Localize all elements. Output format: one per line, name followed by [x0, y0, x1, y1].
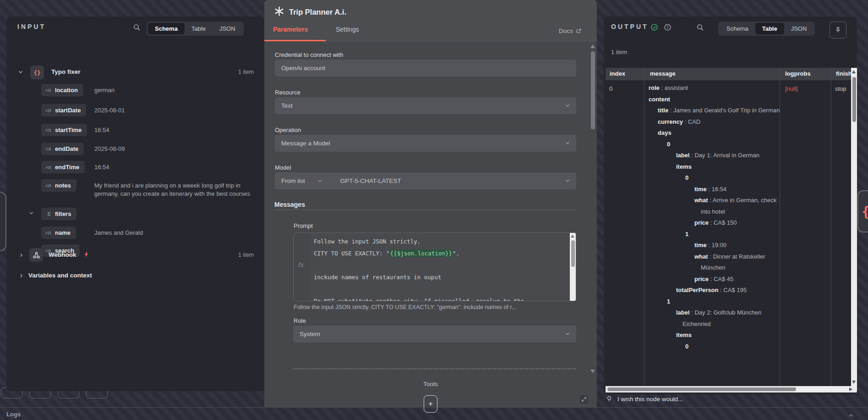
expand-icon — [581, 397, 587, 402]
prompt-expression-editor[interactable]: fx Follow the input JSON strictly.CITY T… — [293, 232, 576, 301]
chevron-right-icon[interactable] — [18, 272, 24, 281]
string-type-badge: AB — [45, 147, 51, 151]
tree-node-name[interactable]: Typo fixer — [51, 68, 81, 75]
json-line: label : Day 2: Golfclub München Eichenri… — [644, 307, 780, 330]
json-line: items — [644, 330, 780, 341]
tree-field-endtime[interactable]: ABendTime 16:54 — [6, 161, 264, 175]
ndv-scrollbar-down[interactable] — [590, 370, 595, 373]
output-view-tabs: Schema Table JSON — [718, 22, 815, 36]
chevron-down-icon[interactable] — [28, 210, 34, 218]
tree-field-location[interactable]: ABlocation german — [6, 84, 264, 98]
role-label: Role — [294, 317, 306, 324]
fx-expression-icon: fx — [298, 261, 303, 268]
prompt-scrollbar[interactable] — [570, 233, 576, 301]
tree-node-webhook[interactable]: Webhook 1 item — [6, 248, 264, 262]
json-line: 0 — [644, 172, 780, 184]
tree-field-name[interactable]: ABname James and Gerald — [6, 227, 264, 240]
add-tool-button[interactable]: + — [424, 395, 437, 413]
tree-list-filters[interactable]: filters — [6, 208, 264, 221]
prompt-label: Prompt — [294, 222, 313, 229]
tab-json[interactable]: JSON — [784, 23, 814, 34]
output-vertical-scrollbar[interactable] — [851, 68, 857, 386]
tree-field-notes[interactable]: ABnotes My friend and i are planning on … — [6, 179, 264, 207]
prompt-code[interactable]: Follow the input JSON strictly.CITY TO U… — [314, 236, 561, 301]
tree-field-startdate[interactable]: ABstartDate 2025-08-01 — [6, 104, 264, 118]
json-line: 1 — [644, 296, 780, 308]
output-panel-title: OUTPUT — [611, 23, 649, 30]
tree-field-starttime[interactable]: ABstartTime 16:54 — [6, 124, 264, 138]
chevron-up-icon[interactable] — [847, 412, 855, 420]
tab-json[interactable]: JSON — [213, 23, 242, 34]
pin-data-button[interactable] — [830, 22, 846, 39]
ndv-scrollbar-up[interactable] — [590, 44, 595, 48]
field-value: My friend and i are planning on a weeek … — [94, 182, 257, 198]
info-icon[interactable] — [664, 23, 671, 31]
json-line: what : Arrive in German, check into hote… — [644, 195, 780, 217]
chevron-down-icon[interactable] — [17, 69, 24, 77]
logs-bar-label[interactable]: Logs — [6, 411, 21, 418]
tree-field-enddate[interactable]: ABendDate 2025-08-09 — [6, 143, 264, 156]
cell-index: 0 — [609, 85, 612, 92]
json-line: label : Day 1: Arrival in German — [644, 150, 780, 161]
list-icon — [45, 211, 51, 217]
node-title[interactable]: Trip Planner A.i. — [289, 8, 346, 17]
external-link-icon — [576, 28, 582, 34]
messages-section-label: Messages — [274, 201, 311, 208]
tree-section-variables[interactable]: Variables and context — [6, 271, 264, 285]
resource-select[interactable]: Text — [275, 97, 576, 114]
output-table-header: index message logprobs finish_reason — [606, 68, 857, 80]
chevron-right-icon[interactable] — [18, 252, 24, 260]
ndv-scrollbar-thumb[interactable] — [591, 51, 595, 129]
json-line: time : 19:00 — [644, 240, 780, 251]
offscreen-node-left[interactable] — [0, 192, 6, 251]
tree-section-name[interactable]: Variables and context — [28, 272, 92, 279]
role-select[interactable]: System — [293, 326, 576, 343]
tab-schema[interactable]: Schema — [720, 23, 755, 34]
expand-editor-button[interactable] — [579, 394, 590, 405]
json-line: role : assistant — [644, 83, 780, 94]
model-value[interactable]: GPT-5-CHAT-LATEST — [340, 177, 401, 184]
input-panel: INPUT Schema Table JSON {} Typo fixer 1 … — [6, 17, 264, 391]
column-logprobs[interactable]: logprobs — [785, 70, 811, 77]
string-type-badge: AB — [45, 108, 51, 113]
field-value: 16:54 — [94, 163, 257, 171]
chevron-down-icon — [564, 177, 571, 185]
tab-table[interactable]: Table — [755, 23, 784, 34]
docs-link[interactable]: Docs — [559, 28, 582, 34]
credential-label: Credential to connect with — [275, 51, 344, 58]
node-feedback-prompt[interactable]: I wish this node would... — [606, 395, 683, 403]
column-index[interactable]: index — [610, 70, 625, 77]
credential-select[interactable]: OpenAi account — [275, 60, 576, 77]
search-icon[interactable] — [696, 23, 704, 31]
string-type-badge: AB — [45, 231, 51, 235]
output-horizontal-scrollbar[interactable] — [606, 386, 857, 392]
model-select[interactable]: From list GPT-5-CHAT-LATEST — [275, 172, 576, 189]
search-icon[interactable] — [133, 23, 141, 31]
tab-table[interactable]: Table — [185, 23, 213, 34]
column-message[interactable]: message — [650, 70, 676, 77]
field-value: 2025-08-09 — [94, 145, 257, 153]
tree-node-typo-fixer[interactable]: {} Typo fixer 1 item — [6, 67, 264, 81]
expression-highlight: {{$json.location}} — [390, 249, 453, 257]
tab-schema[interactable]: Schema — [148, 23, 185, 34]
output-item-count: 1 item — [611, 49, 627, 55]
ndv-header: Trip Planner A.i. Parameters Settings Do… — [264, 0, 597, 41]
json-line: 0 — [644, 139, 780, 150]
success-check-icon — [650, 23, 658, 31]
offscreen-json-node[interactable]: { — [857, 190, 868, 232]
curly-brace-icon: { — [858, 204, 868, 220]
operation-select[interactable]: Message a Model — [275, 135, 576, 152]
string-type-badge: AB — [45, 165, 51, 170]
string-type-badge: AB — [45, 183, 51, 188]
webhook-icon — [29, 248, 43, 262]
tree-node-name[interactable]: Webhook — [49, 251, 76, 258]
lightbulb-icon — [606, 395, 613, 403]
node-detail-view: Trip Planner A.i. Parameters Settings Do… — [264, 0, 597, 407]
pin-icon — [835, 27, 841, 33]
input-panel-title: INPUT — [17, 23, 46, 30]
section-divider — [293, 369, 576, 369]
tab-parameters[interactable]: Parameters — [273, 26, 308, 33]
model-mode-dropdown[interactable]: From list — [281, 177, 323, 184]
tab-settings[interactable]: Settings — [336, 26, 359, 33]
lightning-trigger-icon — [83, 251, 90, 260]
